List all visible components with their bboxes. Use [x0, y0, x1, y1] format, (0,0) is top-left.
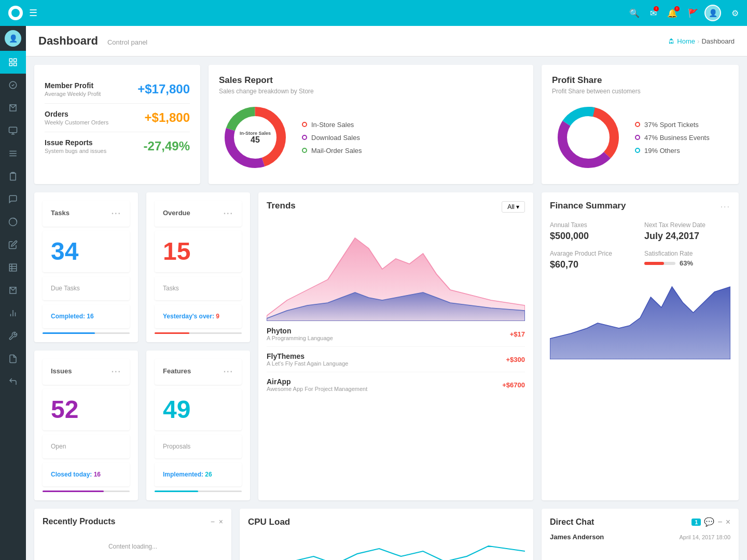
breadcrumb-sep: ›: [697, 37, 699, 45]
recently-header: Recently Products − ×: [43, 517, 223, 526]
sidebar-item-back[interactable]: [0, 370, 26, 393]
legend-dot-others: [635, 148, 640, 153]
overdue-footer-label: Yesterday's over:: [163, 313, 214, 320]
trend-item-phyton: Phyton A Programming Language +$17: [267, 321, 525, 346]
sidebar-item-envelope[interactable]: [0, 279, 26, 302]
content-area: Member Profit Average Weekly Profit +$17…: [26, 57, 747, 560]
recently-minimize-icon[interactable]: −: [211, 517, 215, 526]
features-number: 49: [155, 389, 242, 430]
annual-taxes-value: $500,000: [550, 231, 636, 242]
legend-download: Download Sales: [302, 134, 362, 142]
page-subtitle: Control panel: [107, 38, 147, 46]
breadcrumb-current: Dashboard: [701, 37, 735, 45]
overdue-header: Overdue ···: [155, 201, 242, 227]
logo-inner: [11, 9, 20, 17]
profit-legend: 37% Sport Tickets 47% Business Events 19…: [635, 121, 710, 155]
trend-name-phyton: Phyton: [267, 327, 333, 335]
features-header: Features ···: [155, 359, 242, 385]
trend-item-flythemes: FlyThemes A Let's Fly Fast Again Languag…: [267, 346, 525, 372]
cpu-load-card: CPU Load: [240, 509, 533, 560]
home-icon: [668, 37, 675, 45]
cpu-header: CPU Load: [248, 517, 525, 529]
svg-rect-0: [9, 59, 12, 61]
svg-rect-13: [9, 264, 17, 271]
sidebar-item-chart[interactable]: [0, 211, 26, 233]
features-menu[interactable]: ···: [224, 367, 233, 376]
legend-dot-sport: [635, 122, 640, 127]
page-title: Dashboard: [38, 34, 98, 48]
sidebar-avatar: 👤: [5, 30, 21, 47]
cpu-title: CPU Load: [248, 517, 290, 527]
avatar[interactable]: 👤: [704, 5, 721, 21]
overdue-menu[interactable]: ···: [224, 209, 233, 218]
issues-card: Issues ··· 52 Open Closed today: 16: [34, 351, 138, 500]
bell-icon[interactable]: 🔔 !: [667, 8, 677, 18]
section1: Member Profit Average Weekly Profit +$17…: [34, 65, 739, 184]
orders-sub: Weekly Customer Orders: [45, 119, 108, 125]
sidebar-item-widgets[interactable]: [0, 74, 26, 96]
features-footer: Implemented: 26: [155, 463, 242, 486]
sidebar-item-dashboard[interactable]: [0, 51, 26, 74]
overdue-card: Overdue ··· 15 Tasks Yesterday's over: 9: [146, 192, 250, 342]
tasks-menu[interactable]: ···: [112, 209, 121, 218]
sidebar-item-chat[interactable]: [0, 188, 26, 211]
sidebar-item-clipboard[interactable]: [0, 165, 26, 188]
breadcrumb-home[interactable]: Home: [677, 37, 695, 45]
hamburger-icon[interactable]: ☰: [29, 7, 37, 19]
chat-actions: 1 💬 − ×: [691, 517, 730, 527]
sidebar-item-table[interactable]: [0, 256, 26, 279]
chat-minimize-icon[interactable]: −: [717, 517, 722, 527]
flag-icon[interactable]: 🚩: [688, 8, 698, 18]
mail-icon[interactable]: ✉ !: [650, 8, 657, 18]
next-tax-block: Next Tax Review Date July 24,2017: [644, 221, 730, 242]
trend-name-flythemes: FlyThemes: [267, 352, 348, 360]
sidebar-item-list[interactable]: [0, 142, 26, 165]
search-icon[interactable]: 🔍: [629, 8, 640, 18]
issues-footer-value: 16: [94, 471, 101, 478]
legend-label-business: 47% Business Events: [644, 134, 710, 142]
chat-close-icon[interactable]: ×: [726, 517, 730, 527]
sidebar-item-tools[interactable]: [0, 325, 26, 347]
trend-desc-airapp: Awesome App For Project Management: [267, 386, 367, 392]
satisfaction-value: 63%: [680, 259, 693, 267]
finance-menu[interactable]: ···: [721, 202, 730, 212]
legend-sport: 37% Sport Tickets: [635, 121, 710, 129]
orders-item: Orders Weekly Customer Orders +$1,800: [45, 104, 190, 132]
chat-message-icon[interactable]: 💬: [704, 517, 714, 527]
overdue-features-col: Overdue ··· 15 Tasks Yesterday's over: 9: [146, 192, 250, 500]
issue-reports-item: Issue Reports System bugs and issues -27…: [45, 132, 190, 160]
overdue-progress-track: [155, 332, 242, 334]
sidebar-item-edit[interactable]: [0, 233, 26, 256]
chat-badge: 1: [691, 519, 701, 526]
member-profit-item: Member Profit Average Weekly Profit +$17…: [45, 75, 190, 104]
section2: Tasks ··· 34 Due Tasks Completed: 16: [34, 192, 739, 500]
legend-dot-business: [635, 135, 640, 140]
legend-others: 19% Others: [635, 147, 710, 155]
tasks-header: Tasks ···: [43, 201, 130, 227]
donut-container: In-Store Sales 45 In-Store Sales Downloa…: [219, 101, 523, 174]
profit-share-sub: Profit Share between customers: [552, 88, 728, 95]
issues-menu[interactable]: ···: [112, 367, 121, 376]
sidebar-item-mail[interactable]: [0, 96, 26, 119]
legend-label-others: 19% Others: [644, 147, 680, 155]
legend-dot-download: [302, 135, 307, 140]
features-progress-track: [155, 491, 242, 492]
recently-close-icon[interactable]: ×: [219, 517, 223, 526]
main-content: Dashboard Control panel Home › Dashboard…: [26, 26, 747, 560]
finance-summary-card: Finance Summary ··· Annual Taxes $500,00…: [542, 192, 739, 500]
trends-header: Trends All ▾: [267, 201, 525, 213]
overdue-footer-value: 9: [216, 313, 219, 320]
section3: Recently Products − × Content loading...…: [34, 509, 739, 560]
sidebar-item-doc[interactable]: [0, 347, 26, 370]
direct-chat-card: Direct Chat 1 💬 − × James Anderson April…: [542, 509, 739, 560]
trends-filter-button[interactable]: All ▾: [502, 201, 525, 213]
overdue-desc: Tasks: [155, 276, 242, 300]
trends-card: Trends All ▾: [258, 192, 533, 500]
settings-icon[interactable]: ⚙: [731, 8, 739, 18]
issues-footer-label: Closed today:: [51, 471, 92, 478]
sidebar-item-stats[interactable]: [0, 302, 26, 325]
chat-username: James Anderson: [550, 533, 604, 541]
legend-label-in-store: In-Store Sales: [311, 121, 354, 129]
legend-label-sport: 37% Sport Tickets: [644, 121, 699, 129]
sidebar-item-monitor[interactable]: [0, 119, 26, 142]
